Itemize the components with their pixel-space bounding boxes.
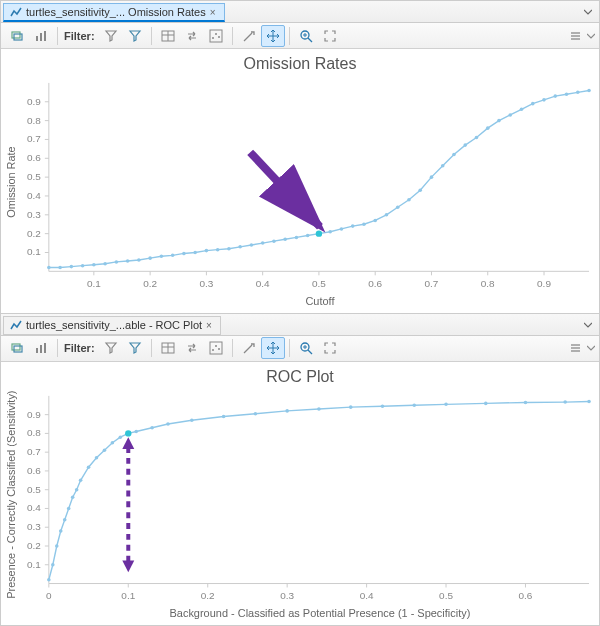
svg-point-167 (71, 495, 75, 499)
svg-point-101 (542, 98, 546, 102)
caret-down-icon (584, 321, 592, 329)
clear-selection-button[interactable] (237, 337, 261, 359)
svg-point-179 (190, 418, 194, 422)
filter-selection-button[interactable] (123, 25, 147, 47)
svg-point-66 (148, 256, 152, 260)
zoom-in-button[interactable] (294, 25, 318, 47)
svg-text:0.3: 0.3 (27, 209, 41, 220)
filter-extent-button[interactable] (99, 337, 123, 359)
roc-chart-area[interactable]: ROC Plot 0.10.20.30.40.50.60.70.80.9 00.… (1, 362, 599, 625)
tab-label: turtles_sensitivity_... Omission Rates (26, 6, 206, 18)
chart-icon (10, 6, 22, 18)
svg-text:0.6: 0.6 (27, 152, 41, 163)
full-extent-button[interactable] (318, 337, 342, 359)
svg-point-79 (295, 236, 299, 240)
omission-plot: 0.10.20.30.40.50.60.70.80.9 0.10.20.30.4… (1, 73, 599, 311)
svg-point-70 (193, 251, 197, 255)
chart-panel-omission: turtles_sensitivity_... Omission Rates ×… (1, 1, 599, 313)
roc-plot: 0.10.20.30.40.50.60.70.80.9 00.10.20.30.… (1, 386, 599, 623)
list-icon (568, 29, 582, 43)
table-button[interactable] (156, 337, 180, 359)
clear-icon (242, 29, 256, 43)
tab-roc-plot[interactable]: turtles_sensitivity_...able - ROC Plot × (3, 316, 221, 335)
zoom-in-icon (299, 29, 313, 43)
svg-point-57 (47, 266, 51, 270)
svg-rect-111 (40, 345, 42, 353)
svg-point-99 (520, 108, 524, 112)
svg-point-173 (111, 441, 115, 445)
svg-point-94 (463, 143, 467, 147)
svg-text:0.4: 0.4 (360, 590, 374, 601)
svg-point-67 (160, 254, 164, 258)
svg-rect-8 (210, 30, 222, 42)
swap-axes-button[interactable] (180, 337, 204, 359)
chart-settings-button[interactable] (204, 25, 228, 47)
svg-rect-2 (36, 36, 38, 41)
svg-point-91 (430, 175, 434, 179)
layers-button[interactable] (5, 25, 29, 47)
svg-text:0.2: 0.2 (27, 540, 41, 551)
svg-point-73 (227, 247, 231, 251)
svg-point-162 (51, 563, 55, 567)
table-button[interactable] (156, 25, 180, 47)
svg-point-9 (212, 37, 214, 39)
svg-point-11 (218, 36, 220, 38)
pan-button[interactable] (261, 25, 285, 47)
svg-point-58 (58, 266, 62, 270)
svg-point-103 (565, 92, 569, 96)
svg-point-176 (134, 430, 138, 434)
svg-rect-1 (14, 34, 22, 40)
filter-label: Filter: (64, 342, 95, 354)
svg-point-71 (205, 249, 209, 253)
omission-series (49, 90, 589, 267)
omission-chart-area[interactable]: Omission Rates 0.10.20.30.40.50.60.70.80… (1, 49, 599, 313)
svg-text:0.6: 0.6 (27, 465, 41, 476)
svg-text:0.2: 0.2 (27, 228, 41, 239)
separator (289, 27, 290, 45)
svg-text:0.7: 0.7 (27, 446, 41, 457)
clear-selection-button[interactable] (237, 25, 261, 47)
svg-text:0.4: 0.4 (27, 502, 41, 513)
svg-text:0.7: 0.7 (27, 133, 41, 144)
layers-button[interactable] (5, 337, 29, 359)
tab-omission-rates[interactable]: turtles_sensitivity_... Omission Rates × (3, 3, 225, 22)
svg-text:0.1: 0.1 (121, 590, 135, 601)
filter-selection-button[interactable] (123, 337, 147, 359)
bar-chart-button[interactable] (29, 25, 53, 47)
close-icon[interactable]: × (210, 7, 216, 18)
full-extent-button[interactable] (318, 25, 342, 47)
list-options-button[interactable] (563, 25, 587, 47)
svg-rect-0 (12, 32, 20, 38)
chart-settings-button[interactable] (204, 337, 228, 359)
tab-overflow-button[interactable] (581, 5, 595, 19)
svg-point-188 (484, 402, 488, 406)
bar-chart-button[interactable] (29, 337, 53, 359)
filter-extent-button[interactable] (99, 25, 123, 47)
list-icon (568, 341, 582, 355)
svg-point-105 (587, 89, 591, 93)
pan-button[interactable] (261, 337, 285, 359)
svg-rect-108 (12, 344, 20, 350)
zoom-in-button[interactable] (294, 337, 318, 359)
funnel-extent-icon (104, 29, 118, 43)
tab-overflow-button[interactable] (581, 318, 595, 332)
list-options-button[interactable] (563, 337, 587, 359)
svg-point-84 (351, 224, 355, 228)
svg-point-76 (261, 241, 265, 245)
svg-text:0.9: 0.9 (27, 409, 41, 420)
svg-point-174 (119, 435, 123, 439)
close-icon[interactable]: × (206, 320, 212, 331)
x-axis: 0.10.20.30.40.50.60.70.80.9 (49, 271, 589, 289)
svg-point-90 (418, 189, 422, 193)
chart-title: ROC Plot (1, 362, 599, 386)
svg-line-13 (308, 38, 312, 42)
swap-axes-button[interactable] (180, 25, 204, 47)
svg-text:0.6: 0.6 (519, 590, 533, 601)
omission-points (47, 89, 591, 270)
svg-point-78 (283, 238, 287, 242)
svg-point-183 (317, 407, 321, 411)
svg-point-191 (587, 400, 591, 404)
svg-point-171 (95, 456, 99, 460)
svg-point-190 (563, 400, 567, 404)
svg-point-96 (486, 126, 490, 130)
